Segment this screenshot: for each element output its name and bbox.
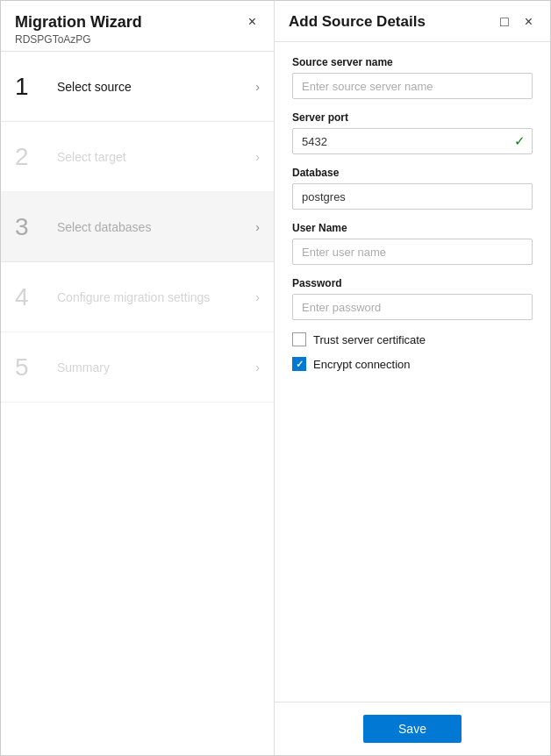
step-5-chevron-icon: › bbox=[255, 360, 260, 374]
database-group: Database bbox=[292, 167, 533, 210]
wizard-header: Migration Wizard RDSPGToAzPG × bbox=[1, 1, 274, 52]
wizard-title: Migration Wizard bbox=[15, 13, 142, 32]
right-footer: Save bbox=[275, 702, 550, 755]
step-4-label: Configure migration settings bbox=[57, 290, 255, 304]
step-2-chevron-icon: › bbox=[255, 150, 260, 164]
step-5-label: Summary bbox=[57, 360, 255, 374]
server-port-label: Server port bbox=[292, 111, 533, 124]
wizard-step-3[interactable]: 3 Select databases › bbox=[1, 192, 274, 262]
database-label: Database bbox=[292, 167, 533, 179]
step-2-label: Select target bbox=[57, 150, 255, 164]
form-area: Source server name Server port ✓ Databas… bbox=[275, 42, 550, 702]
wizard-step-1[interactable]: 1 Select source › bbox=[1, 52, 274, 122]
database-input[interactable] bbox=[292, 183, 533, 210]
check-icon: ✓ bbox=[514, 133, 526, 149]
save-button[interactable]: Save bbox=[363, 715, 462, 743]
wizard-step-4: 4 Configure migration settings › bbox=[1, 262, 274, 332]
step-1-number: 1 bbox=[15, 73, 47, 101]
encrypt-conn-label: Encrypt connection bbox=[313, 358, 411, 371]
password-group: Password bbox=[292, 277, 533, 320]
user-name-group: User Name bbox=[292, 222, 533, 265]
right-header: Add Source Details □ × bbox=[275, 1, 550, 42]
wizard-left-panel: Migration Wizard RDSPGToAzPG × 1 Select … bbox=[1, 1, 275, 755]
right-header-actions: □ × bbox=[497, 13, 536, 31]
user-name-input[interactable] bbox=[292, 239, 533, 265]
source-server-name-input[interactable] bbox=[292, 73, 533, 99]
right-panel: Add Source Details □ × Source server nam… bbox=[275, 1, 550, 755]
step-3-number: 3 bbox=[15, 213, 47, 241]
step-3-label: Select databases bbox=[57, 220, 255, 234]
wizard-close-button[interactable]: × bbox=[245, 13, 260, 31]
step-1-label: Select source bbox=[57, 80, 255, 94]
password-input[interactable] bbox=[292, 294, 533, 320]
wizard-subtitle: RDSPGToAzPG bbox=[15, 33, 142, 46]
right-panel-title: Add Source Details bbox=[289, 13, 426, 31]
step-4-chevron-icon: › bbox=[255, 290, 260, 304]
encrypt-conn-row[interactable]: Encrypt connection bbox=[292, 357, 533, 371]
encrypt-conn-checkbox[interactable] bbox=[292, 357, 306, 371]
step-1-chevron-icon: › bbox=[255, 80, 260, 94]
password-label: Password bbox=[292, 277, 533, 289]
trust-cert-checkbox[interactable] bbox=[292, 332, 306, 346]
maximize-button[interactable]: □ bbox=[497, 13, 512, 31]
wizard-step-5: 5 Summary › bbox=[1, 332, 274, 403]
user-name-label: User Name bbox=[292, 222, 533, 234]
source-server-name-group: Source server name bbox=[292, 56, 533, 99]
server-port-group: Server port ✓ bbox=[292, 111, 533, 154]
step-3-chevron-icon: › bbox=[255, 220, 260, 234]
left-spacer bbox=[1, 403, 274, 755]
step-5-number: 5 bbox=[15, 353, 47, 382]
step-4-number: 4 bbox=[15, 283, 47, 311]
server-port-input-wrapper: ✓ bbox=[292, 128, 533, 154]
server-port-input[interactable] bbox=[292, 128, 533, 154]
source-server-name-label: Source server name bbox=[292, 56, 533, 68]
trust-cert-row[interactable]: Trust server certificate bbox=[292, 332, 533, 346]
step-2-number: 2 bbox=[15, 143, 47, 171]
close-button[interactable]: × bbox=[521, 13, 536, 31]
trust-cert-label: Trust server certificate bbox=[313, 333, 426, 346]
wizard-step-2: 2 Select target › bbox=[1, 122, 274, 192]
